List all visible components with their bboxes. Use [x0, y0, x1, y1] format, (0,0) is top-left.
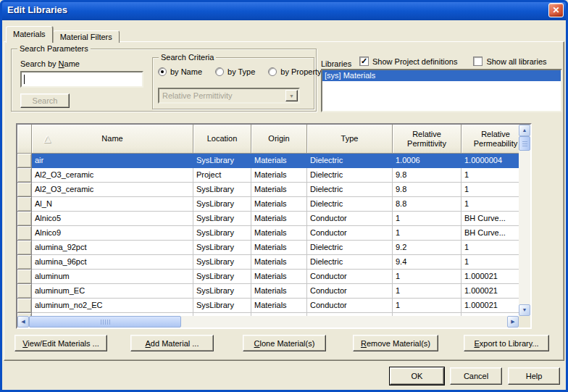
table-cell: BH Curve...	[462, 212, 519, 226]
close-button[interactable]: ✕	[548, 3, 564, 17]
table-row[interactable]: aluminum_ECSysLibraryMaterialsConductor1…	[17, 284, 519, 299]
column-header-label: Relative Permeability	[463, 130, 519, 149]
dropdown-button[interactable]: ▼	[285, 90, 298, 101]
table-cell: Al_N	[32, 197, 193, 212]
table-cell: SysLibrary	[193, 255, 251, 270]
table-cell: 9.8	[393, 168, 462, 183]
row-selector-cell[interactable]	[17, 226, 32, 241]
radio-icon	[215, 67, 224, 76]
checkbox-label: Show Project definitions	[372, 57, 457, 66]
close-icon: ✕	[552, 5, 559, 15]
table-cell: 1.000021	[462, 270, 519, 284]
help-button[interactable]: Help	[508, 367, 560, 385]
row-selector-cell[interactable]	[17, 154, 32, 168]
row-selector-cell[interactable]	[17, 168, 32, 183]
table-row[interactable]: aluminumSysLibraryMaterialsConductor11.0…	[17, 270, 519, 284]
title-bar[interactable]: Edit Libraries ✕	[0, 0, 568, 20]
table-cell: 1	[393, 270, 462, 284]
search-criteria-radios: by Nameby Typeby Property	[158, 67, 322, 76]
scroll-up-button[interactable]: ▲	[519, 125, 530, 136]
row-selector-cell[interactable]	[17, 299, 32, 313]
table-cell: 9.4	[393, 255, 462, 270]
table-cell: alumina_92pct	[32, 241, 193, 255]
table-row[interactable]: alumina_92pctSysLibraryMaterialsDielectr…	[17, 241, 519, 255]
clone-materials-button[interactable]: Clone Material(s)	[243, 335, 326, 351]
table-cell: air	[32, 154, 193, 168]
dropdown-arrow-icon: ▼	[289, 93, 294, 99]
table-row[interactable]: Alnico5SysLibraryMaterialsConductor1BH C…	[17, 212, 519, 226]
table-cell: Conductor	[307, 299, 393, 313]
column-header-location[interactable]: Location	[193, 125, 251, 154]
checkbox-show-project-definitions[interactable]: ✓Show Project definitions	[359, 57, 457, 66]
table-cell: Materials	[251, 154, 307, 168]
row-selector-cell[interactable]	[17, 270, 32, 284]
column-header-name[interactable]: △Name	[32, 125, 193, 154]
scroll-right-button[interactable]: ▶	[507, 316, 519, 328]
tab-material-filters[interactable]: Material Filters	[53, 30, 120, 43]
table-cell: Materials	[251, 212, 307, 226]
table-header-row: △NameLocationOriginTypeRelative Permitti…	[17, 125, 519, 154]
column-header-origin[interactable]: Origin	[251, 125, 307, 154]
vertical-scroll-thumb[interactable]	[519, 136, 530, 151]
export-to-library-button[interactable]: Export to Library...	[464, 335, 549, 351]
horizontal-scrollbar[interactable]: ◀ ▶	[17, 316, 519, 328]
table-cell: Dielectric	[307, 183, 393, 197]
column-header-relative-permittivity[interactable]: Relative Permittivity	[393, 125, 462, 154]
table-row[interactable]: Alnico9SysLibraryMaterialsConductor1BH C…	[17, 226, 519, 241]
table-cell: 9.8	[393, 183, 462, 197]
column-header-relative-permeability[interactable]: Relative Permeability	[462, 125, 519, 154]
table-cell: 1.0006	[393, 154, 462, 168]
row-selector-cell[interactable]	[17, 255, 32, 270]
table-row[interactable]: aluminum_no2_ECSysLibraryMaterialsConduc…	[17, 299, 519, 313]
ok-button[interactable]: OK	[390, 367, 444, 385]
checkbox-label: Show all libraries	[486, 57, 546, 66]
row-selector-cell[interactable]	[17, 212, 32, 226]
libraries-listbox[interactable]: [sys] Materials	[321, 69, 562, 112]
table-row[interactable]: Al2_O3_ceramicProjectMaterialsDielectric…	[17, 168, 519, 183]
search-name-input[interactable]	[20, 71, 143, 88]
library-list-item[interactable]: [sys] Materials	[322, 70, 561, 81]
table-cell: 1	[393, 212, 462, 226]
property-dropdown[interactable]: Relative Permittivity ▼	[158, 88, 300, 104]
cancel-button[interactable]: Cancel	[450, 367, 502, 385]
column-header-label: Origin	[268, 134, 289, 143]
row-selector-cell[interactable]	[17, 197, 32, 212]
table-row[interactable]: Al_NSysLibraryMaterialsDielectric8.81	[17, 197, 519, 212]
text-caret	[24, 75, 25, 84]
horizontal-scroll-thumb[interactable]	[29, 316, 181, 328]
table-cell: Dielectric	[307, 241, 393, 255]
table-cell: 1.0000004	[462, 154, 519, 168]
row-selector-header[interactable]	[17, 125, 32, 154]
table-cell: Materials	[251, 197, 307, 212]
radio-by-type[interactable]: by Type	[215, 67, 255, 76]
vertical-scrollbar[interactable]: ▲ ▼	[519, 125, 530, 316]
column-header-type[interactable]: Type	[307, 125, 393, 154]
radio-by-name[interactable]: by Name	[158, 67, 202, 76]
window-title: Edit Libraries	[7, 4, 67, 15]
row-selector-cell[interactable]	[17, 183, 32, 197]
table-cell: Conductor	[307, 212, 393, 226]
checkbox-empty	[473, 57, 483, 66]
table-cell: Materials	[251, 284, 307, 299]
table-cell: Conductor	[307, 284, 393, 299]
row-selector-cell[interactable]	[17, 241, 32, 255]
view-edit-materials-button[interactable]: View/Edit Materials ...	[14, 335, 107, 351]
table-cell: Materials	[251, 270, 307, 284]
table-cell: SysLibrary	[193, 183, 251, 197]
edit-libraries-dialog: Edit Libraries ✕ MaterialsMaterial Filte…	[0, 0, 568, 392]
table-row[interactable]: alumina_96pctSysLibraryMaterialsDielectr…	[17, 255, 519, 270]
table-cell: SysLibrary	[193, 154, 251, 168]
table-row[interactable]: Al2_O3_ceramicSysLibraryMaterialsDielect…	[17, 183, 519, 197]
table-row[interactable]: airSysLibraryMaterialsDielectric1.00061.…	[17, 154, 519, 168]
radio-by-property[interactable]: by Property	[268, 67, 321, 76]
row-selector-cell[interactable]	[17, 284, 32, 299]
scroll-down-button[interactable]: ▼	[519, 304, 530, 316]
scroll-left-button[interactable]: ◀	[17, 316, 29, 328]
table-cell: Materials	[251, 255, 307, 270]
remove-materials-button[interactable]: Remove Material(s)	[353, 335, 438, 351]
table-cell: 1	[462, 197, 519, 212]
add-material-button[interactable]: Add Material ...	[130, 335, 214, 351]
checkbox-show-all-libraries[interactable]: Show all libraries	[473, 57, 546, 66]
search-button[interactable]: Search	[20, 93, 70, 108]
tab-materials[interactable]: Materials	[6, 26, 53, 43]
